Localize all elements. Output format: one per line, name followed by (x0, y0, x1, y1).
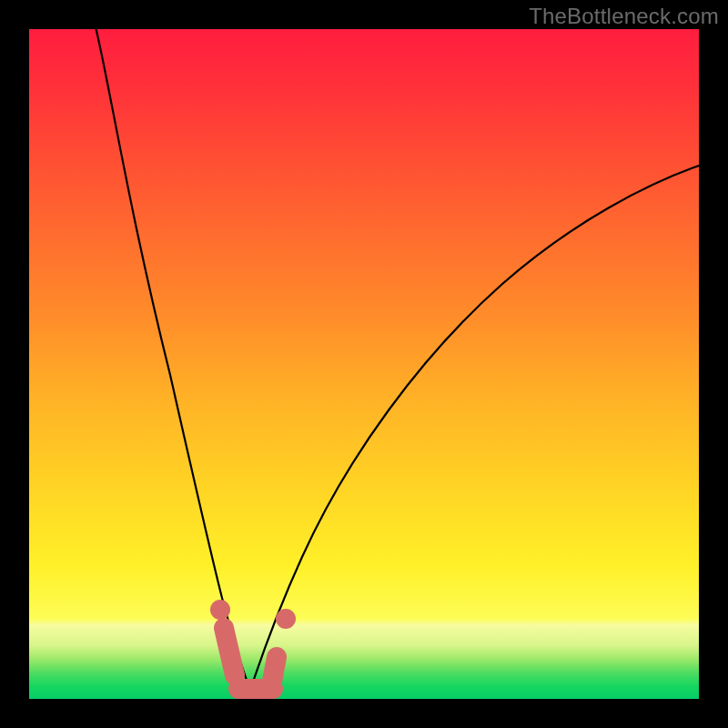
curve-group (96, 29, 699, 690)
watermark-text: TheBottleneck.com (529, 4, 719, 29)
marker-pill-left (224, 628, 235, 675)
chart-frame: TheBottleneck.com (0, 0, 728, 728)
chart-svg (29, 29, 699, 699)
highlight-markers (210, 600, 296, 689)
curve-left-branch (96, 29, 250, 690)
marker-dot-left-upper (210, 600, 230, 620)
curve-right-branch (250, 166, 699, 690)
plot-area (29, 29, 699, 699)
marker-dot-right-upper (276, 609, 296, 629)
marker-pill-right (271, 657, 277, 686)
